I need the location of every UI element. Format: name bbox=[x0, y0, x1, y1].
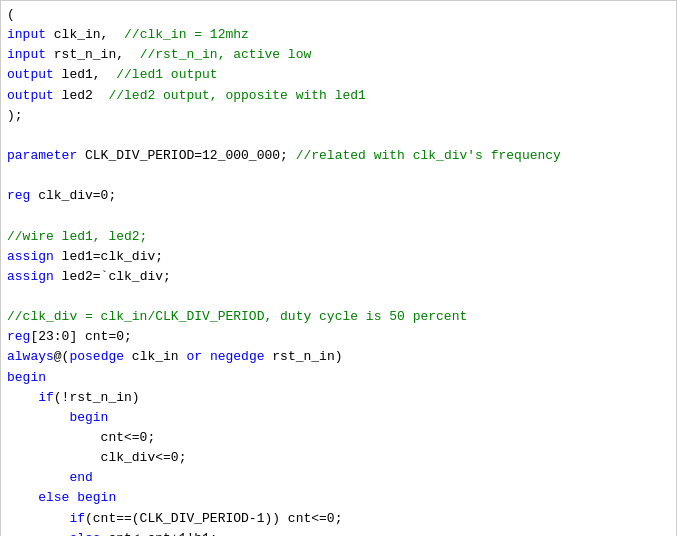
code-token: clk_in bbox=[124, 349, 186, 364]
code-token: or bbox=[186, 349, 202, 364]
code-token: output bbox=[7, 88, 54, 103]
code-token: parameter bbox=[7, 148, 77, 163]
code-token: clk_div<=0; bbox=[7, 450, 186, 465]
code-token: //clk_div = clk_in/CLK_DIV_PERIOD, duty … bbox=[7, 309, 467, 324]
code-token: ); bbox=[7, 108, 23, 123]
code-token: cnt<=0; bbox=[7, 430, 155, 445]
code-token: end bbox=[7, 470, 93, 485]
code-token: @( bbox=[54, 349, 70, 364]
code-token: (cnt==(CLK_DIV_PERIOD-1)) cnt<=0; bbox=[85, 511, 342, 526]
code-token: assign bbox=[7, 249, 54, 264]
code-token: clk_div=0; bbox=[30, 188, 116, 203]
code-token: rst_n_in, bbox=[46, 47, 140, 62]
code-token: begin bbox=[7, 410, 108, 425]
code-content: ( input clk_in, //clk_in = 12mhz input r… bbox=[7, 5, 670, 536]
code-token: if bbox=[7, 511, 85, 526]
code-token: reg bbox=[7, 188, 30, 203]
code-token: input bbox=[7, 27, 46, 42]
code-token: //wire led1, led2; bbox=[7, 229, 147, 244]
code-token bbox=[202, 349, 210, 364]
code-token: ( bbox=[7, 7, 15, 22]
code-token: begin bbox=[7, 370, 46, 385]
code-token: else begin bbox=[7, 490, 116, 505]
code-token: posedge bbox=[69, 349, 124, 364]
code-token: else bbox=[7, 531, 101, 536]
code-token: //rst_n_in, active low bbox=[140, 47, 312, 62]
code-token: led2=`clk_div; bbox=[54, 269, 171, 284]
code-token: CLK_DIV_PERIOD=12_000_000; bbox=[77, 148, 295, 163]
code-token: led1=clk_div; bbox=[54, 249, 163, 264]
code-token: reg bbox=[7, 329, 30, 344]
code-token: //led1 output bbox=[116, 67, 217, 82]
code-editor: ( input clk_in, //clk_in = 12mhz input r… bbox=[0, 0, 677, 536]
code-token: assign bbox=[7, 269, 54, 284]
code-token: clk_in, bbox=[46, 27, 124, 42]
code-token: [23:0] cnt=0; bbox=[30, 329, 131, 344]
code-token: output bbox=[7, 67, 54, 82]
code-token: //related with clk_div's frequency bbox=[296, 148, 561, 163]
code-token: led1, bbox=[54, 67, 116, 82]
code-token: cnt<=cnt+1'b1; bbox=[101, 531, 218, 536]
code-token: led2 bbox=[54, 88, 109, 103]
code-token: //led2 output, opposite with led1 bbox=[108, 88, 365, 103]
code-token: if bbox=[7, 390, 54, 405]
code-token: (!rst_n_in) bbox=[54, 390, 140, 405]
code-token: //clk_in = 12mhz bbox=[124, 27, 249, 42]
code-token: rst_n_in) bbox=[264, 349, 342, 364]
code-token: input bbox=[7, 47, 46, 62]
code-token: negedge bbox=[210, 349, 265, 364]
code-token: always bbox=[7, 349, 54, 364]
